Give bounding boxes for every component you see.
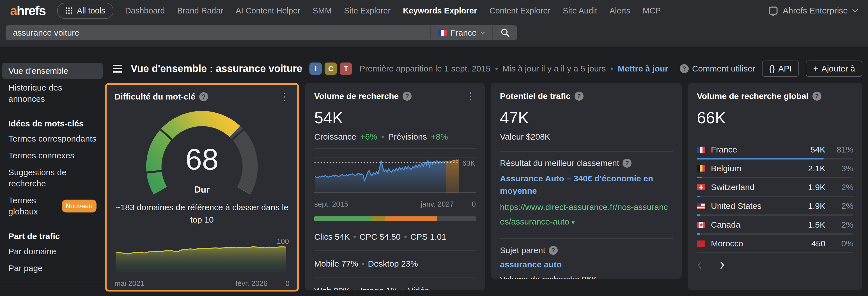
nav-item-brand-radar[interactable]: Brand Radar	[177, 6, 223, 15]
best-result-url-link[interactable]: https://www.direct-assurance.fr/nos-assu…	[500, 200, 671, 230]
nav-item-dashboard[interactable]: Dashboard	[125, 6, 165, 15]
chevron-down-icon[interactable]: ▾	[571, 219, 575, 226]
workspace-icon	[768, 6, 778, 16]
update-link[interactable]: Mettre à jour	[618, 64, 668, 73]
help-icon[interactable]: ?	[549, 246, 558, 255]
nav-item-smm[interactable]: SMM	[312, 6, 332, 15]
chevron-down-icon	[852, 9, 858, 12]
help-icon[interactable]: ?	[622, 159, 631, 168]
growth-row: Croissance +6% • Prévisions +8%	[314, 132, 476, 141]
growth-value: +6%	[360, 132, 377, 141]
best-result-url: https://www.direct-assurance.fr/nos-assu…	[500, 202, 668, 226]
kebab-menu-icon[interactable]: ⋮	[279, 93, 289, 101]
help-icon[interactable]: ?	[812, 92, 822, 101]
all-tools-button[interactable]: All tools	[57, 3, 113, 19]
sidebar-item-historique-des-annonces[interactable]: Historique des annonces	[2, 79, 103, 107]
workspace-switcher[interactable]: Ahrefs Enterprise	[768, 6, 858, 16]
nav-item-mcp[interactable]: MCP	[643, 6, 661, 15]
help-icon[interactable]: ?	[403, 92, 411, 101]
nav-item-keywords-explorer[interactable]: Keywords Explorer	[403, 6, 477, 15]
sidebar-item-label: Par domaine	[8, 246, 96, 257]
nav-item-site-explorer[interactable]: Site Explorer	[344, 6, 391, 15]
sidebar-item-termes-globaux[interactable]: Termes globauxNouveau	[2, 192, 103, 220]
sidebar-item-vue-d-ensemble[interactable]: Vue d'ensemble	[2, 63, 103, 79]
kd-history-chart: 100 mai 2021 févr. 2026 0	[115, 233, 289, 288]
country-row-united-states[interactable]: United States1.9K2%	[697, 201, 854, 216]
chevron-down-icon	[480, 31, 485, 34]
country-row-canada[interactable]: Canada1.5K2%	[697, 220, 854, 235]
add-to-button[interactable]: + Ajouter à	[806, 61, 862, 77]
country-bar-fill	[697, 158, 824, 160]
country-percent: 3%	[831, 164, 854, 173]
card-title: Difficulté du mot-clé	[115, 92, 195, 101]
api-label: API	[778, 64, 792, 73]
sidebar-item-par-domaine[interactable]: Par domaine	[2, 243, 103, 260]
country-bar	[697, 196, 854, 197]
clicks-segment-3	[385, 217, 437, 221]
sidebar-item-termes-connexes[interactable]: Termes connexes	[2, 147, 103, 164]
fr-flag-icon	[697, 146, 705, 153]
country-name: France	[711, 145, 797, 155]
chevron-left-icon[interactable]	[697, 261, 702, 270]
how-to-use-button[interactable]: ? Comment utiliser	[680, 64, 755, 73]
country-bar	[697, 158, 854, 160]
braces-icon: {}	[769, 64, 775, 73]
country-bar-fill	[697, 233, 700, 235]
stat-value: 1%	[386, 286, 398, 290]
country-row-belgium[interactable]: Belgium2.1K3%	[697, 164, 854, 178]
api-button[interactable]: {} API	[762, 61, 799, 77]
search-section: France	[0, 21, 868, 46]
stat-label: Desktop	[368, 259, 401, 268]
nav-item-site-audit[interactable]: Site Audit	[563, 6, 597, 15]
country-volume: 54K	[803, 145, 825, 155]
search-input[interactable]	[6, 25, 430, 40]
country-bar	[697, 215, 854, 216]
country-row-france[interactable]: France54K81%	[697, 145, 854, 160]
kebab-menu-icon[interactable]: ⋮	[466, 92, 476, 100]
traffic-potential-card: Potentiel de trafic ? 47K Valeur $208K R…	[491, 83, 682, 278]
help-icon[interactable]: ?	[575, 92, 584, 101]
country-selector[interactable]: France	[431, 25, 492, 40]
clicks-segment-2	[372, 217, 385, 221]
country-volume: 1.5K	[803, 220, 825, 230]
country-name: Belgium	[711, 164, 797, 173]
logo-accent: a	[10, 3, 17, 18]
ahrefs-logo[interactable]: ahrefs	[10, 3, 45, 18]
search-button[interactable]	[493, 25, 517, 40]
best-result-title-link[interactable]: Assurance Auto – 340€ d'économie en moye…	[500, 172, 673, 197]
clicks-distribution-bar	[314, 217, 476, 221]
stat-label: Web	[314, 286, 334, 290]
country-percent: 2%	[831, 220, 854, 230]
keyword-type-badge-i: I	[309, 63, 322, 75]
stats-row: Web 99%•Image 1%•Vidéo 0%•Nouvelles 0%	[314, 284, 476, 290]
volume-ymax-label: 63K	[462, 159, 475, 168]
country-volume: 1.9K	[803, 183, 825, 192]
search-volume-card: Volume de recherche ? ⋮ 54K Croissance +…	[305, 83, 485, 290]
hamburger-menu-icon[interactable]	[112, 64, 123, 74]
country-row-morocco[interactable]: Morocco4500%	[697, 239, 854, 253]
sidebar-item-suggestions-de-recherche[interactable]: Suggestions de recherche	[2, 164, 103, 192]
divider	[314, 277, 476, 277]
sidebar-item-par-page[interactable]: Par page	[2, 260, 103, 276]
parent-topic-link[interactable]: assurance auto	[500, 258, 673, 271]
stat-value: $4.50	[379, 232, 401, 241]
kd-xstart-label: mai 2021	[115, 279, 145, 288]
country-percent: 2%	[831, 183, 854, 192]
chevron-right-icon[interactable]	[720, 261, 725, 270]
help-icon[interactable]: ?	[199, 92, 208, 101]
kd-description: ~183 domaines de référence à classer dan…	[115, 201, 289, 226]
all-tools-label: All tools	[77, 6, 105, 15]
stats-row: Mobile 77%•Desktop 23%	[314, 257, 476, 270]
sidebar-item-termes-correspondants[interactable]: Termes correspondants	[2, 131, 103, 147]
value-row: Valeur $208K	[500, 132, 673, 141]
country-row-switzerland[interactable]: Switzerland1.9K2%	[697, 183, 854, 197]
potential-value: 47K	[500, 108, 673, 127]
card-title: Volume de recherche	[314, 91, 399, 101]
nav-item-content-explorer[interactable]: Content Explorer	[489, 6, 551, 15]
country-row-top: Morocco4500%	[697, 239, 854, 248]
nav-item-ai-content-helper[interactable]: AI Content Helper	[236, 6, 301, 15]
volume-xstart-label: sept. 2015	[314, 200, 348, 208]
volume-ymin-label: 0	[472, 200, 476, 208]
ch-flag-icon	[697, 184, 705, 190]
nav-item-alerts[interactable]: Alerts	[610, 6, 630, 15]
